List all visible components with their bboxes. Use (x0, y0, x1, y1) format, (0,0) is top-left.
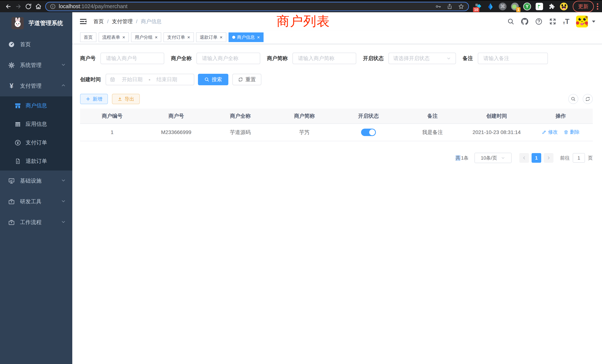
close-icon[interactable]: × (220, 35, 223, 40)
yen-icon: ¥ (7, 83, 16, 89)
tab-merchant-info[interactable]: 商户信息 × (228, 32, 264, 42)
refresh-icon (238, 77, 243, 82)
full-name-input[interactable] (196, 53, 260, 64)
close-icon[interactable]: × (187, 35, 190, 40)
home-icon (35, 3, 42, 10)
select-placeholder: 请选择开启状态 (393, 55, 430, 62)
close-icon[interactable]: × (257, 35, 260, 40)
address-bar[interactable]: localhost:1024/pay/merchant (45, 2, 469, 11)
extension-tabs-icon[interactable]: 10 (474, 2, 482, 11)
breadcrumb-home[interactable]: 首页 (93, 18, 104, 25)
extension-y-icon[interactable]: Y (523, 2, 531, 11)
browser-menu-button[interactable] (596, 3, 599, 10)
chrome-update-button[interactable]: 更新 (573, 1, 594, 12)
browser-reload-button[interactable] (23, 1, 33, 11)
user-avatar[interactable] (576, 16, 588, 27)
tab-process-form[interactable]: 流程表单 × (99, 32, 129, 42)
filter-label: 开启状态 (363, 55, 384, 62)
password-key-icon[interactable] (435, 3, 441, 10)
close-icon[interactable]: × (155, 35, 158, 40)
extension-kite-icon[interactable] (486, 2, 494, 11)
next-page-button[interactable] (544, 153, 553, 163)
sidebar-item-payment[interactable]: ¥ 支付管理 (0, 76, 72, 96)
fullscreen-button[interactable] (549, 18, 556, 25)
tab-refund-order[interactable]: 退款订单 × (196, 32, 226, 42)
add-button[interactable]: 新增 (80, 94, 108, 104)
docs-help-button[interactable] (535, 18, 542, 25)
toggle-search-button[interactable] (568, 94, 578, 104)
site-info-icon[interactable] (50, 3, 56, 10)
active-tab-dot (232, 36, 235, 39)
sidebar-item-app-info[interactable]: 应用信息 (0, 115, 72, 133)
extensions-puzzle-button[interactable] (548, 2, 556, 11)
short-name-input[interactable] (292, 53, 356, 64)
search-button[interactable]: 搜索 (198, 74, 228, 85)
reload-icon (25, 3, 32, 10)
reset-button[interactable]: 重置 (232, 74, 261, 85)
prev-page-button[interactable] (519, 153, 529, 163)
filter-merchant-no: 商户号 (80, 53, 164, 64)
filter-label: 商户号 (80, 55, 96, 62)
breadcrumb-payment[interactable]: 支付管理 (112, 18, 133, 25)
sidebar-logo[interactable]: 芋道管理系统 (0, 12, 72, 34)
tab-home[interactable]: 首页 (80, 32, 96, 42)
tab-pay-order[interactable]: 支付订单 × (163, 32, 194, 42)
merchant-no-input[interactable] (100, 53, 164, 64)
sidebar-item-workflow[interactable]: 工作流程 (0, 212, 72, 233)
search-icon (204, 77, 209, 82)
sidebar-item-pay-order[interactable]: 支付订单 (0, 133, 72, 152)
share-icon[interactable] (447, 3, 453, 10)
pencil-icon (542, 130, 547, 135)
browser-back-button[interactable] (3, 1, 13, 11)
sidebar-item-infrastructure[interactable]: 基础设施 (0, 171, 72, 191)
sidebar-item-refund-order[interactable]: 退款订单 (0, 152, 72, 171)
avatar-caret-icon[interactable] (592, 21, 595, 23)
sidebar-item-merchant-info[interactable]: 商户信息 (0, 96, 72, 115)
github-link-button[interactable] (521, 18, 528, 25)
date-range-separator: - (148, 76, 151, 83)
edit-link[interactable]: 修改 (542, 129, 558, 135)
sidebar-item-system[interactable]: 系统管理 (0, 55, 72, 76)
arrow-right-icon (15, 3, 22, 10)
remark-input[interactable] (478, 53, 548, 64)
browser-forward-button[interactable] (13, 1, 23, 11)
tab-user-group[interactable]: 用户分组 × (131, 32, 161, 42)
page-size-select[interactable]: 10条/页 (474, 153, 512, 163)
extension-command-icon[interactable]: ⌘ (499, 2, 507, 11)
refresh-table-button[interactable] (583, 94, 593, 104)
green-flag-icon (536, 3, 543, 10)
goto-page-input[interactable] (573, 153, 585, 163)
date-range-picker[interactable]: - (106, 74, 194, 85)
header-search-button[interactable] (507, 18, 514, 25)
extension-flag-icon[interactable] (535, 2, 543, 11)
browser-home-button[interactable] (33, 1, 43, 11)
filter-row-1: 商户号 商户全称 商户简称 开启状态 请选择开启状态 (80, 53, 593, 64)
filter-status: 开启状态 请选择开启状态 (363, 53, 456, 64)
export-button[interactable]: 导出 (112, 94, 140, 104)
close-icon[interactable]: × (122, 35, 125, 40)
cell-full-name: 芋道源码 (208, 124, 272, 141)
store-icon (14, 102, 22, 109)
payment-submenu: 商户信息 应用信息 支付订单 退款订单 (0, 96, 72, 171)
command-glyph: ⌘ (499, 3, 506, 10)
extension-emoji-icon[interactable] (560, 2, 568, 11)
status-toggle[interactable] (361, 129, 376, 136)
delete-link[interactable]: 删除 (564, 129, 580, 135)
circled-yen-icon (14, 139, 22, 146)
sidebar-collapse-button[interactable] (79, 18, 87, 25)
search-button-label: 搜索 (212, 76, 222, 83)
start-date-input[interactable] (118, 76, 147, 83)
font-size-button[interactable]: тT (563, 18, 569, 25)
page-content: 商户号 商户全称 商户简称 开启状态 请选择开启状态 (72, 53, 602, 163)
bookmark-star-icon[interactable] (458, 3, 464, 10)
briefcase-icon (7, 219, 16, 226)
grid-icon (14, 121, 22, 127)
status-select[interactable]: 请选择开启状态 (388, 53, 456, 64)
sidebar: 芋道管理系统 首页 系统管理 ¥ 支付管理 商户信息 (0, 12, 72, 364)
page-number-1[interactable]: 1 (532, 153, 541, 163)
extension-recorder-icon[interactable]: 1 (511, 2, 519, 11)
sidebar-item-home[interactable]: 首页 (0, 34, 72, 55)
sidebar-item-dev-tools[interactable]: 研发工具 (0, 191, 72, 212)
tab-label: 流程表单 (102, 34, 120, 40)
end-date-input[interactable] (152, 76, 182, 83)
